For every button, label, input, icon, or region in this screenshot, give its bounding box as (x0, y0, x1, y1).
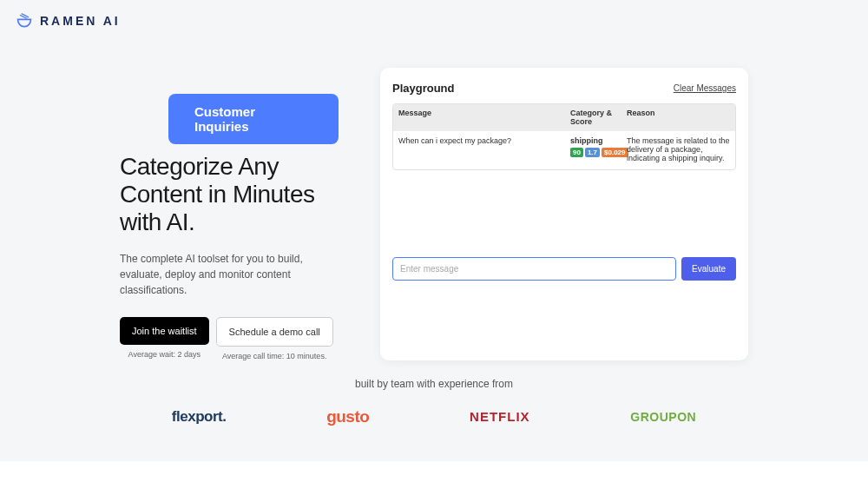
score-green: 90 (570, 148, 583, 157)
ramen-icon (16, 12, 33, 30)
table-header: Message Category & Score Reason (393, 104, 735, 130)
headline: Categorize Any Content in Minutes with A… (120, 153, 339, 237)
playground-card: Playground Clear Messages Message Catego… (380, 68, 748, 360)
message-input[interactable] (392, 257, 676, 281)
section-2: Category Definitions Playground Clear Me… (0, 461, 868, 489)
playground-table: Message Category & Score Reason When can… (392, 103, 736, 170)
cta-col-primary: Join the waitlist Average wait: 2 days (120, 317, 209, 360)
score-blue: 1.7 (585, 148, 600, 157)
built-by-text: built by team with experience from (0, 378, 868, 390)
playground-input-row: Evaluate (392, 257, 736, 281)
netflix-logo: NETFLIX (470, 409, 530, 424)
groupon-logo: GROUPON (630, 410, 696, 424)
th-reason: Reason (621, 104, 735, 130)
clear-messages-link[interactable]: Clear Messages (674, 83, 736, 93)
playground-header: Playground Clear Messages (392, 82, 736, 95)
category-label: shipping (570, 136, 616, 145)
company-logos: flexport. gusto NETFLIX GROUPON (0, 390, 868, 461)
evaluate-button[interactable]: Evaluate (681, 257, 736, 281)
table-row: When can i expect my package? shipping 9… (393, 130, 735, 169)
flexport-logo: flexport. (172, 408, 227, 426)
cta-row: Join the waitlist Average wait: 2 days S… (120, 317, 339, 360)
subtext: The complete AI toolset for you to build… (120, 251, 339, 298)
waitlist-caption: Average wait: 2 days (128, 350, 201, 359)
playground-title: Playground (392, 82, 455, 95)
category-badge: Customer Inquiries (168, 94, 339, 144)
logo-text: RAMEN AI (40, 14, 121, 28)
row-reason: The message is related to the delivery o… (621, 131, 735, 169)
score-badges: 90 1.7 $0.029 (570, 148, 616, 157)
gusto-logo: gusto (326, 407, 369, 426)
demo-caption: Average call time: 10 minutes. (222, 352, 326, 360)
row-category: shipping 90 1.7 $0.029 (565, 131, 621, 169)
row-message: When can i expect my package? (393, 131, 565, 169)
logo-bar: RAMEN AI (0, 0, 868, 42)
join-waitlist-button[interactable]: Join the waitlist (120, 317, 209, 345)
hero-section: Customer Inquiries Categorize Any Conten… (0, 42, 868, 360)
schedule-demo-button[interactable]: Schedule a demo call (216, 317, 333, 347)
th-category: Category & Score (565, 104, 621, 130)
cta-col-secondary: Schedule a demo call Average call time: … (216, 317, 333, 360)
th-message: Message (393, 104, 565, 130)
hero-left: Customer Inquiries Categorize Any Conten… (0, 68, 339, 360)
